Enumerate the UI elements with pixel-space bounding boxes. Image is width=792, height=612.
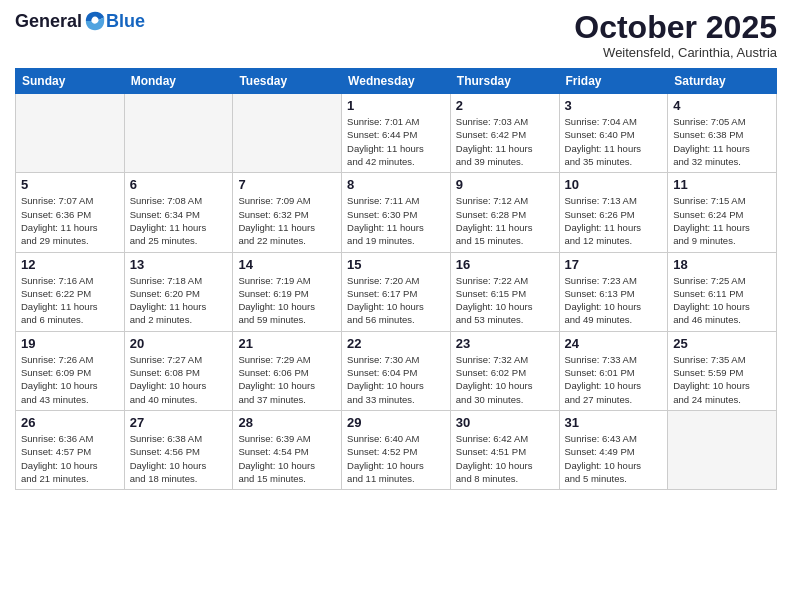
day-info: Sunrise: 6:38 AMSunset: 4:56 PMDaylight:… xyxy=(130,432,228,485)
day-number: 10 xyxy=(565,177,663,192)
day-number: 12 xyxy=(21,257,119,272)
col-saturday: Saturday xyxy=(668,69,777,94)
day-info: Sunrise: 6:39 AMSunset: 4:54 PMDaylight:… xyxy=(238,432,336,485)
table-row: 27Sunrise: 6:38 AMSunset: 4:56 PMDayligh… xyxy=(124,410,233,489)
day-number: 5 xyxy=(21,177,119,192)
day-info: Sunrise: 7:08 AMSunset: 6:34 PMDaylight:… xyxy=(130,194,228,247)
table-row: 24Sunrise: 7:33 AMSunset: 6:01 PMDayligh… xyxy=(559,331,668,410)
table-row: 16Sunrise: 7:22 AMSunset: 6:15 PMDayligh… xyxy=(450,252,559,331)
day-number: 28 xyxy=(238,415,336,430)
calendar-week-row: 12Sunrise: 7:16 AMSunset: 6:22 PMDayligh… xyxy=(16,252,777,331)
table-row: 18Sunrise: 7:25 AMSunset: 6:11 PMDayligh… xyxy=(668,252,777,331)
day-number: 22 xyxy=(347,336,445,351)
day-info: Sunrise: 7:33 AMSunset: 6:01 PMDaylight:… xyxy=(565,353,663,406)
day-info: Sunrise: 7:07 AMSunset: 6:36 PMDaylight:… xyxy=(21,194,119,247)
calendar-table: Sunday Monday Tuesday Wednesday Thursday… xyxy=(15,68,777,490)
day-number: 15 xyxy=(347,257,445,272)
table-row: 1Sunrise: 7:01 AMSunset: 6:44 PMDaylight… xyxy=(342,94,451,173)
day-info: Sunrise: 7:18 AMSunset: 6:20 PMDaylight:… xyxy=(130,274,228,327)
day-info: Sunrise: 6:42 AMSunset: 4:51 PMDaylight:… xyxy=(456,432,554,485)
day-number: 17 xyxy=(565,257,663,272)
day-info: Sunrise: 7:23 AMSunset: 6:13 PMDaylight:… xyxy=(565,274,663,327)
calendar-week-row: 26Sunrise: 6:36 AMSunset: 4:57 PMDayligh… xyxy=(16,410,777,489)
logo-icon xyxy=(84,10,106,32)
table-row: 26Sunrise: 6:36 AMSunset: 4:57 PMDayligh… xyxy=(16,410,125,489)
table-row: 4Sunrise: 7:05 AMSunset: 6:38 PMDaylight… xyxy=(668,94,777,173)
table-row: 14Sunrise: 7:19 AMSunset: 6:19 PMDayligh… xyxy=(233,252,342,331)
day-number: 19 xyxy=(21,336,119,351)
day-number: 29 xyxy=(347,415,445,430)
table-row: 17Sunrise: 7:23 AMSunset: 6:13 PMDayligh… xyxy=(559,252,668,331)
day-info: Sunrise: 7:35 AMSunset: 5:59 PMDaylight:… xyxy=(673,353,771,406)
day-number: 1 xyxy=(347,98,445,113)
col-friday: Friday xyxy=(559,69,668,94)
day-number: 25 xyxy=(673,336,771,351)
table-row: 28Sunrise: 6:39 AMSunset: 4:54 PMDayligh… xyxy=(233,410,342,489)
day-info: Sunrise: 6:36 AMSunset: 4:57 PMDaylight:… xyxy=(21,432,119,485)
table-row: 8Sunrise: 7:11 AMSunset: 6:30 PMDaylight… xyxy=(342,173,451,252)
day-info: Sunrise: 6:40 AMSunset: 4:52 PMDaylight:… xyxy=(347,432,445,485)
calendar-page: General Blue October 2025 Weitensfeld, C… xyxy=(0,0,792,612)
table-row: 15Sunrise: 7:20 AMSunset: 6:17 PMDayligh… xyxy=(342,252,451,331)
table-row: 5Sunrise: 7:07 AMSunset: 6:36 PMDaylight… xyxy=(16,173,125,252)
title-section: October 2025 Weitensfeld, Carinthia, Aus… xyxy=(574,10,777,60)
day-number: 20 xyxy=(130,336,228,351)
day-info: Sunrise: 7:09 AMSunset: 6:32 PMDaylight:… xyxy=(238,194,336,247)
col-tuesday: Tuesday xyxy=(233,69,342,94)
table-row: 19Sunrise: 7:26 AMSunset: 6:09 PMDayligh… xyxy=(16,331,125,410)
calendar-week-row: 5Sunrise: 7:07 AMSunset: 6:36 PMDaylight… xyxy=(16,173,777,252)
table-row: 11Sunrise: 7:15 AMSunset: 6:24 PMDayligh… xyxy=(668,173,777,252)
logo: General Blue xyxy=(15,10,145,32)
day-number: 11 xyxy=(673,177,771,192)
table-row xyxy=(16,94,125,173)
table-row: 20Sunrise: 7:27 AMSunset: 6:08 PMDayligh… xyxy=(124,331,233,410)
day-info: Sunrise: 7:25 AMSunset: 6:11 PMDaylight:… xyxy=(673,274,771,327)
day-info: Sunrise: 7:11 AMSunset: 6:30 PMDaylight:… xyxy=(347,194,445,247)
table-row xyxy=(233,94,342,173)
table-row: 10Sunrise: 7:13 AMSunset: 6:26 PMDayligh… xyxy=(559,173,668,252)
calendar-header-row: Sunday Monday Tuesday Wednesday Thursday… xyxy=(16,69,777,94)
header: General Blue October 2025 Weitensfeld, C… xyxy=(15,10,777,60)
day-number: 27 xyxy=(130,415,228,430)
day-number: 26 xyxy=(21,415,119,430)
table-row: 29Sunrise: 6:40 AMSunset: 4:52 PMDayligh… xyxy=(342,410,451,489)
table-row xyxy=(668,410,777,489)
day-info: Sunrise: 7:29 AMSunset: 6:06 PMDaylight:… xyxy=(238,353,336,406)
calendar-week-row: 19Sunrise: 7:26 AMSunset: 6:09 PMDayligh… xyxy=(16,331,777,410)
table-row: 31Sunrise: 6:43 AMSunset: 4:49 PMDayligh… xyxy=(559,410,668,489)
col-wednesday: Wednesday xyxy=(342,69,451,94)
day-number: 9 xyxy=(456,177,554,192)
day-number: 2 xyxy=(456,98,554,113)
day-info: Sunrise: 7:15 AMSunset: 6:24 PMDaylight:… xyxy=(673,194,771,247)
day-info: Sunrise: 7:30 AMSunset: 6:04 PMDaylight:… xyxy=(347,353,445,406)
day-number: 13 xyxy=(130,257,228,272)
table-row: 21Sunrise: 7:29 AMSunset: 6:06 PMDayligh… xyxy=(233,331,342,410)
location-subtitle: Weitensfeld, Carinthia, Austria xyxy=(574,45,777,60)
table-row xyxy=(124,94,233,173)
logo-general-text: General xyxy=(15,11,82,32)
day-number: 7 xyxy=(238,177,336,192)
table-row: 30Sunrise: 6:42 AMSunset: 4:51 PMDayligh… xyxy=(450,410,559,489)
table-row: 25Sunrise: 7:35 AMSunset: 5:59 PMDayligh… xyxy=(668,331,777,410)
col-thursday: Thursday xyxy=(450,69,559,94)
day-info: Sunrise: 7:04 AMSunset: 6:40 PMDaylight:… xyxy=(565,115,663,168)
table-row: 13Sunrise: 7:18 AMSunset: 6:20 PMDayligh… xyxy=(124,252,233,331)
day-info: Sunrise: 7:27 AMSunset: 6:08 PMDaylight:… xyxy=(130,353,228,406)
day-number: 18 xyxy=(673,257,771,272)
day-info: Sunrise: 7:12 AMSunset: 6:28 PMDaylight:… xyxy=(456,194,554,247)
day-info: Sunrise: 7:05 AMSunset: 6:38 PMDaylight:… xyxy=(673,115,771,168)
calendar-week-row: 1Sunrise: 7:01 AMSunset: 6:44 PMDaylight… xyxy=(16,94,777,173)
day-info: Sunrise: 7:26 AMSunset: 6:09 PMDaylight:… xyxy=(21,353,119,406)
day-info: Sunrise: 7:01 AMSunset: 6:44 PMDaylight:… xyxy=(347,115,445,168)
day-info: Sunrise: 6:43 AMSunset: 4:49 PMDaylight:… xyxy=(565,432,663,485)
day-number: 14 xyxy=(238,257,336,272)
table-row: 6Sunrise: 7:08 AMSunset: 6:34 PMDaylight… xyxy=(124,173,233,252)
day-number: 21 xyxy=(238,336,336,351)
logo-blue-text: Blue xyxy=(106,11,145,32)
day-number: 6 xyxy=(130,177,228,192)
day-info: Sunrise: 7:32 AMSunset: 6:02 PMDaylight:… xyxy=(456,353,554,406)
day-info: Sunrise: 7:13 AMSunset: 6:26 PMDaylight:… xyxy=(565,194,663,247)
day-number: 8 xyxy=(347,177,445,192)
table-row: 3Sunrise: 7:04 AMSunset: 6:40 PMDaylight… xyxy=(559,94,668,173)
col-sunday: Sunday xyxy=(16,69,125,94)
